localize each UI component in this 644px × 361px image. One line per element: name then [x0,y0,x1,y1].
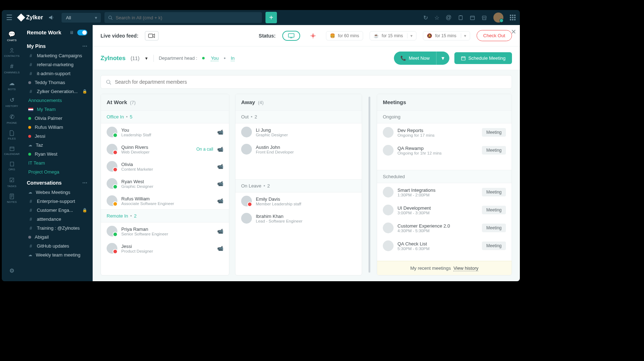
pin-item[interactable]: Teddy Thomas [22,78,92,87]
rail-bots[interactable]: ☁BOTS [2,78,22,93]
dept-head-status[interactable]: In [231,55,235,61]
person-row[interactable]: Ryan WestGraphic Designer📹 [101,175,229,192]
pin-item[interactable]: #Marketing Campaigns [22,51,92,60]
pin-item[interactable]: #Zylker Generation...🔒 [22,87,92,96]
global-search[interactable] [104,12,262,23]
my-team-link[interactable]: My Team [22,105,92,114]
global-search-input[interactable] [116,15,258,20]
dept-head-you[interactable]: You [211,55,219,61]
conversation-item[interactable]: #atttendance [22,215,92,224]
desktop-icon[interactable]: 🖥 [69,30,74,35]
project-omega-link[interactable]: Project Omega [22,167,92,176]
meeting-row[interactable]: Customer Experience 2.04:30PM - 5:30PMMe… [377,219,512,237]
meeting-row[interactable]: Dev ReportsOngoing for 17 minsMeeting [377,123,512,141]
calendar-icon[interactable] [470,15,475,20]
meeting-join-button[interactable]: Meeting [482,206,506,214]
refresh-icon[interactable]: ↻ [423,14,428,21]
person-row[interactable]: Li JungGraphic Designer [235,123,362,141]
store-icon[interactable] [482,15,487,20]
rail-files[interactable]: FILES [2,128,22,142]
video-icon[interactable] [145,31,158,40]
person-row[interactable]: YouLeadership Staff📹 [101,123,229,141]
conversation-item[interactable]: #GitHub updates [22,242,92,250]
announcements-link[interactable]: Announcements [22,96,92,105]
person-row[interactable]: Rufus WilliamAssociate Software Engineer… [101,192,229,209]
meeting-join-button[interactable]: Meeting [482,188,506,196]
scrollbar[interactable] [369,97,370,273]
clipboard-icon[interactable] [458,15,463,20]
rail-contacts[interactable]: CONTACTS [2,45,22,60]
profile-avatar[interactable] [493,13,503,23]
it-team-link[interactable]: IT Team [22,158,92,167]
person-row[interactable]: Ibrahim KhanLead - Software Engineer [235,210,362,227]
rail-history[interactable]: ↺HISTORY [2,94,22,110]
person-row[interactable]: Austin JohnFront End Developer [235,141,362,158]
add-button[interactable]: + [265,12,277,23]
view-history-link[interactable]: View history [453,265,478,271]
team-member[interactable]: Rufus William [22,123,92,132]
camera-icon[interactable]: 📹 [217,146,223,152]
rail-channels[interactable]: #CHANNELS [2,61,22,76]
meeting-row[interactable]: UI Development3:00PM - 3:30PMMeeting [377,201,512,219]
meeting-row[interactable]: Smart Integrations1:30PM - 2:00PMMeeting [377,183,512,201]
meeting-join-button[interactable]: Meeting [482,224,506,232]
check-out-button[interactable]: Check Out [477,30,512,41]
person-row[interactable]: Quinn RiversWeb DeveloperOn a call📹 [101,141,229,158]
meeting-join-button[interactable]: Meeting [482,128,506,137]
meeting-row[interactable]: QA Check List5:30PM - 6:30PMMeeting [377,237,512,255]
mention-icon[interactable]: @ [446,14,452,21]
meeting-row[interactable]: QA RewampOngoing for 1hr 12 minsMeeting [377,141,512,159]
chevron-down-icon[interactable]: ▾ [461,33,466,38]
camera-icon[interactable]: 📹 [217,129,223,135]
person-row[interactable]: JessiProduct Designer📹 [101,240,229,257]
schedule-meeting-button[interactable]: Schedule Meeting [454,52,512,64]
meeting-join-button[interactable]: Meeting [482,146,506,155]
rail-org[interactable]: ORG [2,159,22,173]
hamburger-icon[interactable]: ☰ [6,13,13,22]
conversation-item[interactable]: #Customer Enga...🔒 [22,206,92,215]
away-15b-pill[interactable]: 🔕for 15 mins▾ [423,31,470,40]
conversation-item[interactable]: #Enterprise-support [22,197,92,206]
rail-chats[interactable]: 💬CHATS [2,29,22,44]
camera-icon[interactable]: 📹 [217,198,223,204]
dept-search-input[interactable] [115,79,507,85]
camera-icon[interactable]: 📹 [217,245,223,251]
pin-item[interactable]: #it-admin-support [22,69,92,78]
person-row[interactable]: OliviaContent Marketer📹 [101,158,229,175]
rail-tasks[interactable]: ☑TASKS [2,175,22,190]
chevron-down-icon[interactable]: ▾ [436,52,449,65]
announce-icon[interactable] [49,15,54,20]
meet-now-button[interactable]: 📞Meet Now ▾ [394,52,449,65]
rail-phone[interactable]: ✆PHONE [2,111,22,127]
rail-settings[interactable]: ⚙ [2,265,22,276]
close-icon[interactable]: ✕ [511,28,516,36]
conversations-menu-icon[interactable]: ⋯ [82,180,87,186]
away-15a-pill[interactable]: ☕for 15 mins▾ [370,31,416,40]
camera-icon[interactable]: 📹 [217,164,223,169]
camera-icon[interactable]: 📹 [217,228,223,234]
person-row[interactable]: Priya RamanSenior Software Engineer📹 [101,223,229,240]
status-desktop[interactable] [282,31,300,41]
rail-calendar[interactable]: CALENDAR [2,144,22,158]
chevron-down-icon[interactable]: ▾ [407,33,413,38]
person-row[interactable]: Emily DavisMember Leadership staff [235,192,362,210]
camera-icon[interactable]: 📹 [217,181,223,186]
team-member[interactable]: Olivia Palmer [22,114,92,123]
apps-icon[interactable] [510,15,516,20]
conversation-item[interactable]: ☁Weekly team meeting [22,250,92,259]
rail-notes[interactable]: NOTES [2,191,22,206]
team-member[interactable]: Jessi [22,132,92,141]
meeting-join-button[interactable]: Meeting [482,242,506,250]
scope-selector[interactable]: All ▾ [62,13,101,23]
pin-item[interactable]: #referral-marketing [22,60,92,69]
conversation-item[interactable]: Abigail [22,233,92,242]
chevron-down-icon[interactable]: ▼ [145,56,148,60]
pins-menu-icon[interactable]: ⋯ [82,43,87,49]
dept-search[interactable] [101,75,512,89]
conversation-item[interactable]: #Training : @Zylnotes [22,224,92,233]
star-icon[interactable]: ☆ [434,14,439,21]
away-60-pill[interactable]: 🍔for 60 mins [326,31,363,40]
brand-logo[interactable]: Zylker [18,14,43,21]
team-member[interactable]: ☁Taz [22,141,92,150]
team-member[interactable]: Ryan West [22,150,92,158]
